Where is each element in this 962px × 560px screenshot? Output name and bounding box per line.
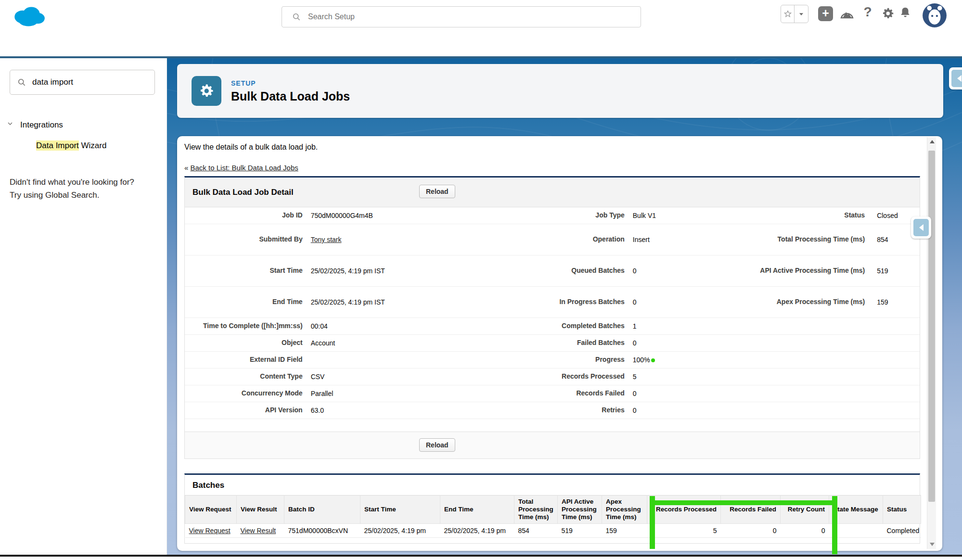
batch-cell: Completed xyxy=(883,523,921,537)
batch-column-header: Records Processed xyxy=(647,496,721,524)
back-link-prefix: « xyxy=(184,164,191,172)
detail-row: End Time25/02/2025, 4:19 pm ISTIn Progre… xyxy=(185,287,920,318)
detail-value: 0 xyxy=(625,390,706,397)
job-detail-section: Bulk Data Load Job Detail Reload Job ID7… xyxy=(184,176,920,459)
detail-label: Queued Batches xyxy=(461,267,625,275)
detail-label: Records Failed xyxy=(461,389,625,398)
detail-row: Start Time25/02/2025, 4:19 pm ISTQueued … xyxy=(185,255,920,287)
batch-column-header: View Result xyxy=(237,496,284,524)
batch-cell-link[interactable]: View Result xyxy=(241,527,276,535)
detail-value-link[interactable]: Tony stark xyxy=(311,236,342,243)
detail-row: External ID FieldProgress100% xyxy=(185,352,920,369)
collapse-panel-button-middle[interactable] xyxy=(911,216,931,239)
sidebar-search-box[interactable] xyxy=(10,70,155,95)
salesforce-logo-icon xyxy=(10,3,47,31)
detail-label: In Progress Batches xyxy=(461,298,625,306)
batch-cell: 5 xyxy=(647,523,721,537)
page-title: Bulk Data Load Jobs xyxy=(231,89,350,103)
detail-label: Operation xyxy=(461,235,625,244)
global-search-box[interactable] xyxy=(282,6,641,27)
annotation-bracket-right xyxy=(832,496,837,554)
batch-cell-link[interactable]: View Request xyxy=(189,527,231,535)
detail-label: Submitted By xyxy=(185,235,303,244)
table-row: View RequestView Result751dM00000BcxVN25… xyxy=(185,523,921,537)
reload-button-bottom[interactable]: Reload xyxy=(419,438,455,452)
global-header: + ? xyxy=(0,0,962,34)
not-found-line2: Try using Global Search. xyxy=(10,189,154,202)
scrollbar-up-arrow-icon[interactable] xyxy=(927,137,936,146)
detail-label: External ID Field xyxy=(185,356,303,364)
chevron-left-icon xyxy=(913,219,929,236)
detail-row: Job ID750dM00000G4m4BJob TypeBulk V1Stat… xyxy=(185,207,920,224)
batch-column-header: API Active Processing Time (ms) xyxy=(558,496,602,524)
job-detail-section-header: Bulk Data Load Job Detail Reload xyxy=(185,178,920,207)
batch-column-header: Batch ID xyxy=(284,496,360,524)
batch-cell: 0 xyxy=(721,523,781,537)
detail-label: Start Time xyxy=(185,267,303,275)
detail-label: Failed Batches xyxy=(461,339,625,347)
batch-cell: 519 xyxy=(558,523,602,537)
scrollbar-thumb[interactable] xyxy=(928,151,935,502)
detail-label: Job ID xyxy=(185,211,303,220)
batch-cell: 25/02/2025, 4:19 pm xyxy=(440,523,514,537)
detail-value: Parallel xyxy=(303,390,462,397)
detail-label: Progress xyxy=(461,356,625,364)
detail-label: Records Processed xyxy=(461,372,625,381)
help-icon[interactable]: ? xyxy=(861,4,874,22)
detail-value: 0 xyxy=(625,298,706,306)
sidebar-search-input[interactable] xyxy=(31,77,144,88)
setup-gear-icon[interactable] xyxy=(881,6,895,21)
batch-cell: 0 xyxy=(781,523,829,537)
detail-value: Insert xyxy=(625,236,706,243)
batch-column-header: Retry Count xyxy=(781,496,829,524)
detail-value: 00:04 xyxy=(303,322,462,330)
detail-value: 25/02/2025, 4:19 pm IST xyxy=(303,267,462,275)
collapse-panel-button-top[interactable] xyxy=(949,67,962,89)
progress-green-dot xyxy=(651,358,655,362)
detail-value: Account xyxy=(303,339,462,347)
reload-button-top[interactable]: Reload xyxy=(419,185,455,198)
annotation-bracket-top xyxy=(650,500,837,505)
detail-value: 0 xyxy=(625,267,706,275)
batches-section: Batches View RequestView ResultBatch IDS… xyxy=(184,473,920,544)
batches-title: Batches xyxy=(192,481,920,490)
detail-value: 1 xyxy=(625,322,706,330)
detail-label: Retries xyxy=(461,406,625,415)
sidebar-item-data-import-wizard[interactable]: Data Import Wizard xyxy=(36,141,106,151)
favorites-button-group[interactable] xyxy=(781,5,808,23)
window-bottom-edge xyxy=(0,555,962,557)
notifications-bell-icon[interactable] xyxy=(898,6,912,20)
detail-label: Job Type xyxy=(461,211,625,220)
detail-value: 0 xyxy=(625,339,706,347)
batch-cell: 159 xyxy=(602,523,647,537)
detail-value: 5 xyxy=(625,373,706,381)
batch-column-header: Total Processing Time (ms) xyxy=(514,496,558,524)
sidebar-section-integrations[interactable]: Integrations xyxy=(6,120,63,130)
detail-label: Completed Batches xyxy=(461,322,625,331)
batch-cell: 25/02/2025, 4:19 pm xyxy=(360,523,440,537)
back-to-list-link[interactable]: Back to List: Bulk Data Load Jobs xyxy=(191,164,298,172)
detail-row: Submitted ByTony starkOperationInsertTot… xyxy=(185,224,920,255)
content-scrollbar[interactable] xyxy=(927,137,936,549)
detail-value: CSV xyxy=(303,373,462,381)
global-actions-plus-icon[interactable]: + xyxy=(818,6,833,21)
batch-column-header: Apex Processing Time (ms) xyxy=(602,496,647,524)
detail-value: 100% xyxy=(625,356,706,364)
back-link-row: « Back to List: Bulk Data Load Jobs xyxy=(184,164,298,172)
favorites-star-icon[interactable] xyxy=(781,5,794,23)
page-eyebrow: SETUP xyxy=(231,79,256,87)
setup-nav-bar: Setup Home Object Manager xyxy=(0,33,962,56)
chevron-down-icon[interactable] xyxy=(6,120,14,130)
user-avatar[interactable] xyxy=(922,3,947,28)
batch-cell: 854 xyxy=(514,523,558,537)
search-icon xyxy=(292,12,301,22)
not-found-line1: Didn't find what you're looking for? xyxy=(10,176,154,189)
detail-row: Content TypeCSVRecords Processed5 xyxy=(185,369,920,385)
scrollbar-down-arrow-icon[interactable] xyxy=(927,540,936,549)
batch-cell: View Result xyxy=(237,523,284,537)
trailhead-icon[interactable] xyxy=(839,6,855,21)
detail-value: 63.0 xyxy=(303,407,462,414)
favorites-dropdown-icon[interactable] xyxy=(794,5,808,23)
detail-label: Apex Processing Time (ms) xyxy=(706,298,865,306)
global-search-input[interactable] xyxy=(307,12,598,22)
